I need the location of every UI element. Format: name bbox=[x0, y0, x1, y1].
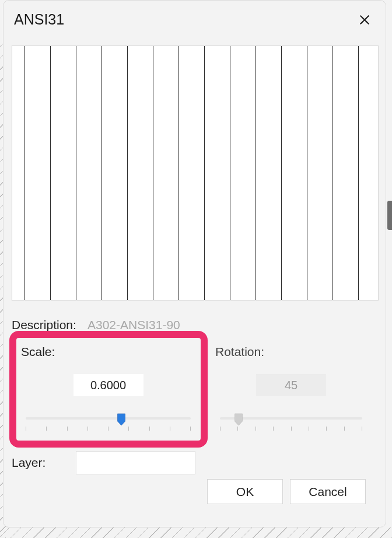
hatch-dialog: ANSI31 Description: A302-ANSI31-90 Scale… bbox=[3, 0, 386, 527]
rotation-slider-ticks bbox=[220, 427, 362, 431]
description-value: A302-ANSI31-90 bbox=[88, 318, 180, 332]
close-button[interactable] bbox=[353, 8, 376, 32]
scale-slider-ticks bbox=[26, 427, 191, 431]
rotation-label: Rotation: bbox=[215, 345, 367, 359]
rotation-slider-thumb bbox=[234, 413, 243, 426]
controls-grid: Scale: Rotation: bbox=[12, 339, 377, 441]
titlebar: ANSI31 bbox=[4, 1, 386, 39]
scale-slider[interactable] bbox=[26, 413, 191, 430]
layer-label: Layer: bbox=[12, 456, 76, 470]
layer-row: Layer: bbox=[12, 451, 377, 474]
scale-column: Scale: bbox=[12, 339, 206, 441]
description-row: Description: A302-ANSI31-90 bbox=[12, 318, 377, 332]
scale-input[interactable] bbox=[74, 374, 144, 396]
description-label: Description: bbox=[12, 318, 88, 332]
dialog-title: ANSI31 bbox=[14, 11, 64, 28]
background-hatch-bottom bbox=[0, 527, 392, 538]
rotation-slider bbox=[220, 413, 362, 430]
close-icon bbox=[358, 13, 371, 26]
layer-combobox[interactable] bbox=[76, 451, 195, 474]
scroll-indicator[interactable] bbox=[387, 201, 392, 230]
ok-button[interactable]: OK bbox=[207, 479, 283, 504]
scale-slider-track bbox=[26, 417, 191, 420]
scale-label: Scale: bbox=[21, 345, 195, 359]
dialog-footer: OK Cancel bbox=[12, 474, 377, 504]
cancel-button[interactable]: Cancel bbox=[290, 479, 366, 504]
dialog-body: Description: A302-ANSI31-90 Scale: bbox=[4, 39, 386, 527]
pattern-preview bbox=[12, 46, 379, 301]
scale-slider-thumb[interactable] bbox=[117, 413, 126, 426]
rotation-column: Rotation: bbox=[206, 339, 377, 441]
rotation-input bbox=[256, 374, 326, 396]
